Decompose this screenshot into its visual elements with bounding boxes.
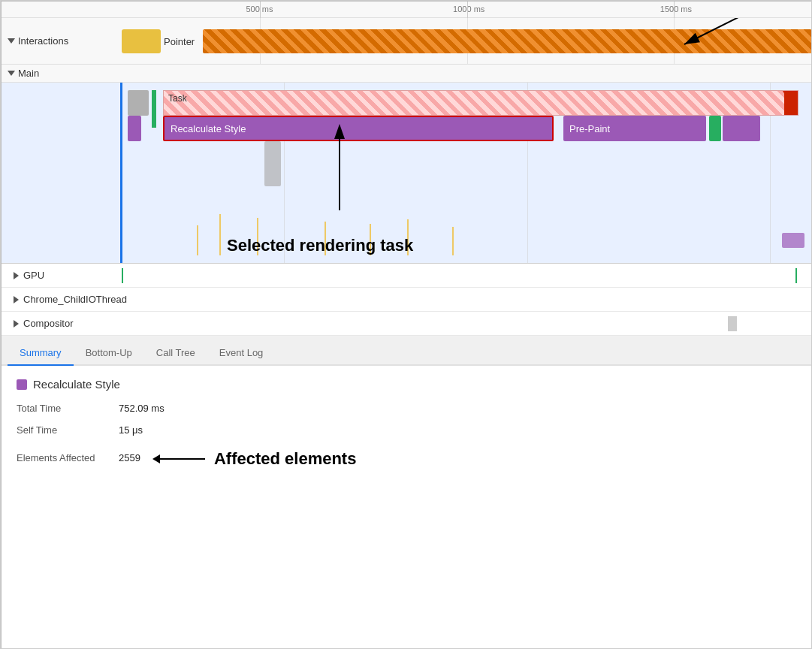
purple-bottom-right: [782, 233, 804, 248]
self-time-row: Self Time 15 μs: [17, 424, 797, 436]
task-bar[interactable]: Task: [163, 90, 798, 116]
ruler-area: 500 ms 1000 ms 1500 ms: [122, 2, 812, 18]
main-container: 500 ms 1000 ms 1500 ms Interactions Poin…: [1, 1, 812, 649]
compositor-content: [122, 312, 812, 335]
prepaint-bar[interactable]: Pre-Paint: [563, 116, 706, 141]
tab-call-tree[interactable]: Call Tree: [144, 341, 207, 366]
child-io-content: [127, 288, 812, 311]
gpu-label: GPU: [2, 270, 122, 281]
purple-small-left: [128, 116, 141, 141]
total-time-value: 752.09 ms: [119, 403, 165, 414]
purple-small-right: [723, 116, 760, 141]
interactions-label-text: Interactions: [18, 35, 68, 47]
gpu-label-text: GPU: [23, 270, 44, 281]
gpu-row: GPU: [2, 264, 812, 288]
task-label: Task: [168, 93, 187, 104]
arrow-head-left-icon: [152, 454, 160, 463]
task-red-block: [784, 91, 798, 116]
affected-annotation: Affected elements: [152, 449, 357, 469]
summary-title-text: Recalculate Style: [33, 378, 120, 391]
spike-7: [219, 214, 221, 255]
gpu-green-right: [795, 268, 797, 283]
compositor-expand-icon[interactable]: [14, 320, 19, 328]
prepaint-label: Pre-Paint: [569, 123, 610, 134]
child-io-expand-icon[interactable]: [14, 296, 19, 303]
compositor-label-text: Compositor: [23, 318, 73, 329]
self-time-label: Self Time: [17, 424, 107, 436]
interactions-content: Pointer Interaction: [122, 18, 812, 64]
tab-event-log[interactable]: Event Log: [207, 341, 276, 366]
interactions-collapse-icon[interactable]: [8, 38, 15, 44]
svg-line-1: [684, 18, 767, 44]
rendering-arrow-svg: [317, 128, 362, 218]
interactions-label: Interactions: [2, 35, 122, 47]
total-time-row: Total Time 752.09 ms: [17, 403, 797, 414]
gpu-content: [122, 264, 812, 287]
interaction-arrow-svg: [647, 18, 797, 65]
affected-annotation-text: Affected elements: [214, 449, 357, 469]
gpu-green-left: [122, 268, 123, 283]
total-time-label: Total Time: [17, 403, 107, 414]
child-io-row: Chrome_ChildIOThread: [2, 288, 812, 312]
main-label-text: Main: [18, 68, 39, 79]
self-time-value: 15 μs: [119, 424, 143, 436]
main-collapse-icon[interactable]: [8, 71, 15, 76]
summary-panel: Recalculate Style Total Time 752.09 ms S…: [2, 366, 812, 491]
spike-6: [197, 225, 198, 255]
tabs-bar: Summary Bottom-Up Call Tree Event Log: [2, 336, 812, 366]
gray-block-left: [128, 90, 149, 116]
elements-label: Elements Affected: [17, 452, 107, 463]
summary-color-icon: [17, 379, 27, 390]
arrow-line: [160, 458, 205, 460]
elements-row: Elements Affected 2559 Affected elements: [17, 446, 797, 469]
summary-title: Recalculate Style: [17, 378, 797, 391]
tab-summary[interactable]: Summary: [8, 341, 74, 366]
ruler-1000ms: 1000 ms: [453, 5, 484, 14]
pointer-yellow-block: [122, 29, 161, 53]
main-section: Main Task R: [2, 65, 812, 264]
gpu-expand-icon[interactable]: [14, 272, 19, 279]
rendering-annotation: Selected rendering task: [227, 236, 413, 255]
main-label: Main: [2, 68, 122, 79]
ruler-1500ms: 1500 ms: [660, 5, 692, 14]
timeline-ruler-row: 500 ms 1000 ms 1500 ms: [2, 2, 812, 18]
interactions-row: Interactions Pointer: [2, 18, 812, 65]
green-bar-right: [709, 116, 721, 141]
elements-value: 2559: [119, 452, 140, 463]
child-io-label-text: Chrome_ChildIOThread: [23, 294, 127, 305]
pointer-label: Pointer: [164, 35, 195, 47]
spike-5: [452, 227, 454, 255]
green-thin-bar: [152, 90, 156, 128]
compositor-row: Compositor: [2, 312, 812, 336]
affected-arrow: [152, 454, 205, 463]
gray-block-middle: [264, 141, 281, 186]
child-io-label: Chrome_ChildIOThread: [2, 294, 127, 305]
compositor-label: Compositor: [2, 318, 122, 329]
tab-bottom-up[interactable]: Bottom-Up: [74, 341, 144, 366]
recalculate-style-label: Recalculate Style: [171, 123, 246, 134]
main-header: Main: [2, 65, 812, 83]
compositor-gray-block: [728, 316, 737, 331]
main-left-border: [120, 83, 122, 263]
